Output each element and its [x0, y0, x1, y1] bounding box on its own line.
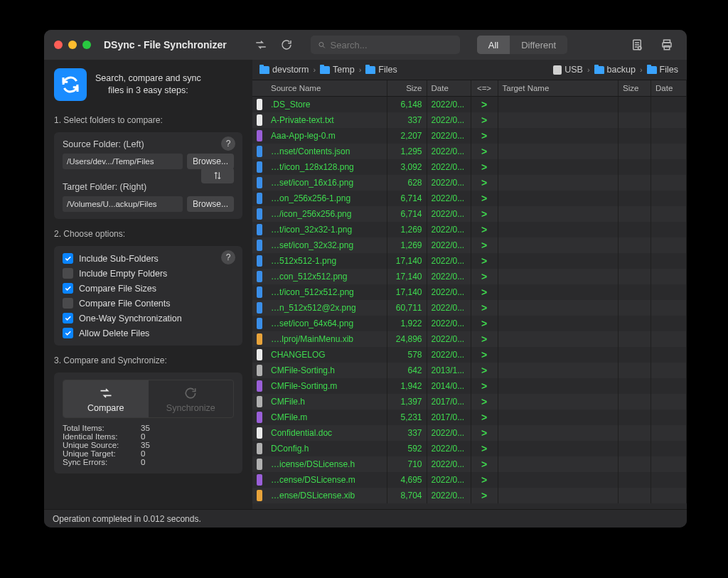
table-row[interactable]: …n_512x512@2x.png60,7112022/0...>: [252, 300, 687, 316]
browse-target-button[interactable]: Browse...: [187, 196, 234, 212]
cell-name: DConfig.h: [267, 441, 387, 456]
table-row[interactable]: …con_512x512.png17,1402022/0...>: [252, 269, 687, 284]
table-row[interactable]: CMFile-Sorting.h6422013/1...>: [252, 363, 687, 378]
breadcrumb-right[interactable]: USB› backup› Files: [553, 65, 687, 75]
minimize-window-button[interactable]: [68, 41, 77, 49]
cell-date: 2022/0...: [427, 269, 471, 284]
close-window-button[interactable]: [54, 41, 63, 49]
target-path-input[interactable]: [63, 196, 183, 212]
cell-direction: >: [471, 331, 498, 347]
stats: Total Items:35 Identical Items:0 Unique …: [63, 424, 234, 466]
cell-direction: >: [471, 97, 498, 112]
table-row[interactable]: Aaa-App-leg-0.m2,2072022/0...>: [252, 128, 687, 144]
option-5[interactable]: Allow Delete Files: [63, 328, 220, 338]
option-2[interactable]: Compare File Sizes: [63, 283, 220, 294]
compare-button[interactable]: Compare: [63, 380, 149, 417]
cell-target-date: [651, 222, 687, 237]
cell-target-name: [498, 472, 619, 488]
option-label: Allow Delete Files: [79, 328, 149, 338]
cell-target-date: [651, 206, 687, 222]
cell-name: A-Private-text.txt: [267, 112, 387, 128]
breadcrumb-left[interactable]: devstorm› Temp› Files: [259, 65, 397, 75]
report-button[interactable]: [627, 36, 647, 54]
source-folder-label: Source Folder: (Left): [63, 139, 234, 149]
zoom-window-button[interactable]: [82, 41, 91, 49]
cell-name: …con_512x512.png: [267, 269, 387, 284]
sidebar: Search, compare and sync files in 3 easy…: [44, 60, 252, 509]
table-row[interactable]: Confidential.doc3372022/0...>: [252, 425, 687, 441]
col-target-date[interactable]: Date: [651, 80, 687, 96]
help-options-button[interactable]: ?: [221, 250, 235, 264]
cell-target-name: [498, 159, 619, 175]
cell-target-name: [498, 191, 619, 206]
table-row[interactable]: …/icon_256x256.png6,7142022/0...>: [252, 206, 687, 222]
cell-date: 2022/0...: [427, 331, 471, 347]
app-icon: [54, 68, 87, 101]
cell-name: CMFile-Sorting.h: [267, 363, 387, 378]
table-row[interactable]: A-Private-text.txt3372022/0...>: [252, 112, 687, 128]
folder-icon: [647, 66, 657, 74]
table-row[interactable]: …cense/DSLicense.m4,6952022/0...>: [252, 472, 687, 488]
table-row[interactable]: …t/icon_128x128.png3,0922022/0...>: [252, 159, 687, 175]
cell-name: Aaa-App-leg-0.m: [267, 128, 387, 144]
table-row[interactable]: …set/icon_64x64.png1,9222022/0...>: [252, 316, 687, 331]
browse-source-button[interactable]: Browse...: [187, 154, 234, 169]
table-row[interactable]: …set/icon_16x16.png6282022/0...>: [252, 175, 687, 191]
table-row[interactable]: …on_256x256-1.png6,7142022/0...>: [252, 191, 687, 206]
filter-all[interactable]: All: [477, 36, 510, 54]
cell-direction: >: [471, 316, 498, 331]
option-4[interactable]: One-Way Synchronization: [63, 313, 220, 323]
table-row[interactable]: DConfig.h5922022/0...>: [252, 441, 687, 456]
table-row[interactable]: …t/icon_32x32-1.png1,2692022/0...>: [252, 222, 687, 237]
col-target-size[interactable]: Size: [619, 80, 651, 96]
table-row[interactable]: CHANGELOG5782022/0...>: [252, 347, 687, 363]
cell-target-name: [498, 378, 619, 394]
search-icon: [318, 41, 326, 50]
search-input[interactable]: [331, 40, 453, 50]
col-size[interactable]: Size: [387, 80, 427, 96]
table-row[interactable]: .DS_Store6,1482022/0...>: [252, 97, 687, 112]
table-row[interactable]: …icense/DSLicense.h7102022/0...>: [252, 456, 687, 472]
step1-label: 1. Select folders to compare:: [54, 115, 242, 125]
col-direction[interactable]: <=>: [471, 80, 498, 96]
source-path-input[interactable]: [63, 154, 183, 169]
table-row[interactable]: ….lproj/MainMenu.xib24,8962022/0...>: [252, 331, 687, 347]
cell-target-size: [619, 441, 651, 456]
filter-different[interactable]: Different: [510, 36, 567, 54]
compare-toolbar-button[interactable]: [251, 36, 271, 54]
table-row[interactable]: CMFile.h1,3972017/0...>: [252, 394, 687, 410]
print-button[interactable]: [657, 36, 677, 54]
table-row[interactable]: CMFile-Sorting.m1,9422014/0...>: [252, 378, 687, 394]
cell-target-size: [619, 191, 651, 206]
col-date[interactable]: Date: [427, 80, 471, 96]
cell-direction: >: [471, 222, 498, 237]
cell-direction: >: [471, 347, 498, 363]
file-icon: [257, 114, 262, 126]
file-icon: [257, 130, 262, 141]
cell-date: 2013/1...: [427, 363, 471, 378]
table-row[interactable]: CMFile.m5,2312017/0...>: [252, 410, 687, 425]
cell-size: 710: [387, 456, 427, 472]
swap-folders-button[interactable]: [201, 168, 234, 183]
option-1[interactable]: Include Empty Folders: [63, 268, 220, 279]
option-0[interactable]: Include Sub-Folders: [63, 253, 220, 264]
synchronize-button[interactable]: Synchronize: [149, 380, 234, 417]
cell-date: 2014/0...: [427, 378, 471, 394]
file-icon: [257, 240, 262, 251]
option-label: Compare File Sizes: [79, 284, 156, 294]
col-target-name[interactable]: Target Name: [498, 80, 619, 96]
table-row[interactable]: …ense/DSLicense.xib8,7042022/0...>: [252, 488, 687, 503]
table-row[interactable]: …t/icon_512x512.png17,1402022/0...>: [252, 284, 687, 300]
sync-toolbar-button[interactable]: [277, 36, 296, 54]
file-table[interactable]: .DS_Store6,1482022/0...>A-Private-text.t…: [252, 97, 687, 509]
table-row[interactable]: …512x512-1.png17,1402022/0...>: [252, 253, 687, 269]
option-3[interactable]: Compare File Contents: [63, 298, 220, 309]
cell-size: 592: [387, 441, 427, 456]
help-folders-button[interactable]: ?: [221, 137, 235, 151]
search-box[interactable]: [311, 36, 460, 54]
table-row[interactable]: …nset/Contents.json1,2952022/0...>: [252, 144, 687, 159]
table-headers[interactable]: Source Name Size Date <=> Target Name Si…: [252, 80, 687, 97]
col-source-name[interactable]: Source Name: [267, 80, 387, 96]
file-icon: [257, 490, 262, 501]
table-row[interactable]: …set/icon_32x32.png1,2692022/0...>: [252, 237, 687, 253]
